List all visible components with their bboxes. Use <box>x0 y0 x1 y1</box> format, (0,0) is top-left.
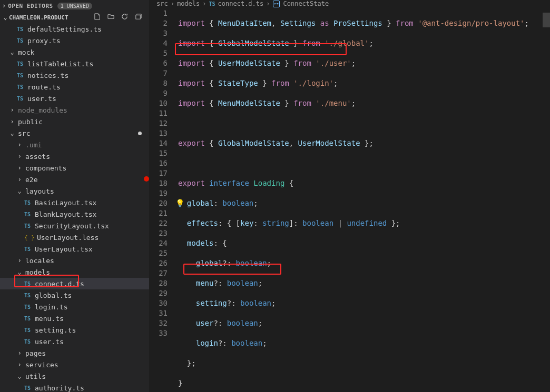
chevron-right-icon: › <box>16 361 23 368</box>
chevron-down-icon: ⌄ <box>16 373 23 380</box>
folder-src[interactable]: ⌄src <box>0 127 149 139</box>
breakpoint-dot <box>144 176 149 182</box>
chevron-down-icon: ⌄ <box>16 187 23 195</box>
breadcrumb-item[interactable]: src <box>156 0 168 7</box>
folder-models[interactable]: ⌄models <box>0 266 149 278</box>
open-editors-header[interactable]: › OPEN EDITORS 1 UNSAVED <box>0 0 149 12</box>
file-securityLayout[interactable]: TSSecurityLayout.tsx <box>0 220 149 232</box>
ts-icon: TS <box>24 293 33 298</box>
folder-assets[interactable]: ›assets <box>0 150 149 162</box>
chevron-down-icon: ⌄ <box>8 129 16 137</box>
folder-services[interactable]: ›services <box>0 359 149 370</box>
file-userLayout-less[interactable]: { }UserLayout.less <box>0 232 149 243</box>
ts-icon: TS <box>24 339 33 345</box>
folder-locales[interactable]: ›locales <box>0 255 149 266</box>
file-blankLayout[interactable]: TSBlankLayout.tsx <box>0 208 149 220</box>
chevron-down-icon: ⌄ <box>2 14 9 21</box>
code-content[interactable]: import { MenuDataItem, Settings as ProSe… <box>178 7 550 392</box>
ts-icon: TS <box>24 385 33 391</box>
chevron-right-icon: › <box>8 106 16 114</box>
open-editors-title: OPEN EDITORS <box>8 3 53 9</box>
folder-pages[interactable]: ›pages <box>0 347 149 359</box>
line-number-gutter: 1234567891011121314151617181920212223242… <box>149 7 178 392</box>
project-header[interactable]: ⌄ CHAMELEON.PRODUCT <box>0 12 149 23</box>
file-user-mock[interactable]: TSuser.ts <box>0 93 149 104</box>
folder-public[interactable]: ›public <box>0 116 149 127</box>
breadcrumb-sep-icon: › <box>171 0 174 7</box>
modified-indicator <box>138 132 142 135</box>
file-defaultSettings[interactable]: TSdefaultSettings.ts <box>0 23 149 35</box>
new-file-icon[interactable] <box>93 13 102 22</box>
new-folder-icon[interactable] <box>107 13 115 22</box>
folder-e2e[interactable]: ›e2e <box>0 174 149 185</box>
chevron-right-icon: › <box>16 349 23 357</box>
ts-icon: TS <box>24 281 33 287</box>
ts-icon: TS <box>17 61 25 67</box>
code-editor[interactable]: 1234567891011121314151617181920212223242… <box>149 7 550 392</box>
svg-rect-0 <box>136 15 140 19</box>
chevron-right-icon: › <box>16 176 23 183</box>
project-title: CHAMELEON.PRODUCT <box>9 14 68 21</box>
ts-icon: TS <box>17 96 25 102</box>
folder-mock[interactable]: ⌄mock <box>0 46 149 58</box>
file-global[interactable]: TSglobal.ts <box>0 289 149 301</box>
breadcrumb-item[interactable]: models <box>177 0 200 7</box>
ts-icon: TS <box>17 73 25 78</box>
chevron-down-icon: ⌄ <box>16 268 23 276</box>
less-icon: { } <box>24 234 35 241</box>
file-user-model[interactable]: TSuser.ts <box>0 336 149 347</box>
file-route[interactable]: TSroute.ts <box>0 81 149 93</box>
overview-ruler[interactable] <box>543 7 550 392</box>
ts-icon: TS <box>17 84 25 90</box>
editor-area: src › models › TS connect.d.ts › ⊶ Conne… <box>149 0 550 392</box>
chevron-down-icon: ⌄ <box>8 48 16 56</box>
scrollbar-thumb[interactable] <box>543 13 550 27</box>
explorer-sidebar: › OPEN EDITORS 1 UNSAVED ⌄ CHAMELEON.PRO… <box>0 0 149 392</box>
chevron-right-icon: › <box>8 118 16 125</box>
file-basicLayout[interactable]: TSBasicLayout.tsx <box>0 197 149 208</box>
chevron-right-icon: › <box>16 164 23 172</box>
file-proxy[interactable]: TSproxy.ts <box>0 35 149 46</box>
ts-icon: TS <box>24 327 33 333</box>
file-tree[interactable]: TSdefaultSettings.ts TSproxy.ts ⌄mock TS… <box>0 23 149 392</box>
ts-icon: TS <box>209 1 215 7</box>
chevron-right-icon: › <box>16 141 23 148</box>
breadcrumb-sep-icon: › <box>202 0 206 7</box>
folder-layouts[interactable]: ⌄layouts <box>0 185 149 197</box>
file-authority[interactable]: TSauthority.ts <box>0 382 149 392</box>
breadcrumb-sep-icon: › <box>266 0 270 7</box>
collapse-all-icon[interactable] <box>134 13 143 22</box>
file-setting[interactable]: TSsetting.ts <box>0 324 149 336</box>
breadcrumb-item[interactable]: ConnectState <box>283 0 329 7</box>
chevron-right-icon: › <box>16 257 23 264</box>
ts-icon: TS <box>17 26 25 32</box>
folder-utils[interactable]: ⌄utils <box>0 370 149 382</box>
file-connect[interactable]: TSconnect.d.ts <box>0 278 149 289</box>
chevron-right-icon: › <box>16 153 23 160</box>
interface-icon: ⊶ <box>273 1 280 7</box>
ts-icon: TS <box>24 223 33 229</box>
folder-umi[interactable]: ›.umi <box>0 139 149 150</box>
lightbulb-icon[interactable]: 💡 <box>175 198 184 208</box>
ts-icon: TS <box>24 246 33 252</box>
ts-icon: TS <box>24 212 33 217</box>
file-notices[interactable]: TSnotices.ts <box>0 69 149 81</box>
folder-components[interactable]: ›components <box>0 162 149 174</box>
refresh-icon[interactable] <box>121 13 129 22</box>
ts-icon: TS <box>17 38 25 44</box>
unsaved-badge: 1 UNSAVED <box>57 3 92 9</box>
file-listTableList[interactable]: TSlistTableList.ts <box>0 58 149 69</box>
file-userLayout-tsx[interactable]: TSUserLayout.tsx <box>0 243 149 255</box>
ts-icon: TS <box>24 200 33 206</box>
file-menu[interactable]: TSmenu.ts <box>0 313 149 324</box>
ts-icon: TS <box>24 304 33 310</box>
folder-node_modules[interactable]: ›node_modules <box>0 104 149 116</box>
breadcrumbs[interactable]: src › models › TS connect.d.ts › ⊶ Conne… <box>149 0 550 7</box>
ts-icon: TS <box>24 316 33 321</box>
chevron-right-icon: › <box>2 2 6 9</box>
breadcrumb-item[interactable]: connect.d.ts <box>218 0 264 7</box>
file-login[interactable]: TSlogin.ts <box>0 301 149 313</box>
